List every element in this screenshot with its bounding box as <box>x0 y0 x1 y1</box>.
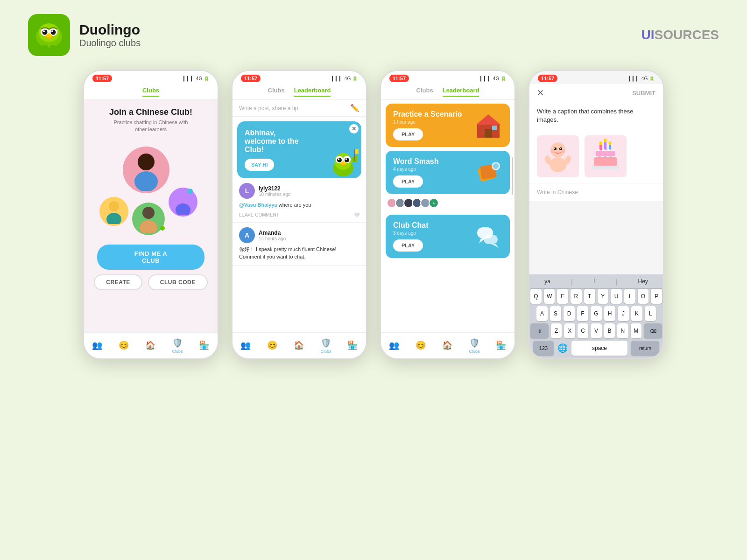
key-D[interactable]: D <box>564 306 575 321</box>
phone3-tab-leaderboard[interactable]: Leaderboard <box>443 87 479 97</box>
keyboard-row-3: ⇧ Z X C V B N M ⌫ <box>530 323 662 338</box>
p3-nav-clubs[interactable]: 🛡️ Clubs <box>469 338 479 354</box>
nav-item-home[interactable]: 🏠 <box>145 340 155 351</box>
key-X[interactable]: X <box>564 323 575 338</box>
key-P[interactable]: P <box>651 289 662 304</box>
svg-marker-43 <box>491 244 499 248</box>
scenario-play-button[interactable]: PLAY <box>393 128 423 140</box>
suggestion-divider2: | <box>616 278 618 286</box>
key-R[interactable]: R <box>571 289 582 304</box>
key-W[interactable]: W <box>544 289 555 304</box>
phone2-nav: Clubs Leaderboard <box>233 84 366 100</box>
p2-nav-face[interactable]: 😊 <box>267 340 277 351</box>
space-key[interactable]: space <box>571 341 627 356</box>
game-card-wordsmash-text: Word Smash 4 days ago PLAY <box>393 157 439 188</box>
p2-nav-clubs[interactable]: 🛡️ Clubs <box>320 338 331 354</box>
scenario-title: Practice a Scenario <box>393 110 462 119</box>
svg-point-17 <box>176 203 190 215</box>
like-icon[interactable]: 🤍 <box>354 212 359 217</box>
p2-nav-store[interactable]: 🏪 <box>347 340 358 351</box>
keyboard-suggestions: ya | I | Hey <box>530 276 662 289</box>
key-Z[interactable]: Z <box>551 323 562 338</box>
key-Q[interactable]: Q <box>530 289 542 304</box>
say-hi-button[interactable]: SAY HI <box>245 159 274 171</box>
p2-nav-home[interactable]: 🏠 <box>294 340 304 351</box>
key-K[interactable]: K <box>631 306 642 321</box>
key-A[interactable]: A <box>536 306 548 321</box>
app-name: Duolingo <box>79 22 141 38</box>
svg-point-15 <box>106 213 121 224</box>
key-T[interactable]: T <box>584 289 595 304</box>
nav-item-clubs[interactable]: 🛡️ Clubs <box>172 338 183 354</box>
wordsmash-play-button[interactable]: PLAY <box>393 175 423 188</box>
emoji-key[interactable]: 🌐 <box>557 343 568 353</box>
welcome-card: Abhinav, welcome to the Club! SAY HI ✕ <box>237 121 361 178</box>
return-key[interactable]: return <box>631 341 659 356</box>
key-J[interactable]: J <box>618 306 629 321</box>
welcome-card-close[interactable]: ✕ <box>349 124 359 133</box>
key-M[interactable]: M <box>631 323 641 338</box>
clubs-icon: 🛡️ <box>172 338 183 348</box>
write-post-bar[interactable]: Write a post, share a tip. ✏️ <box>233 100 366 117</box>
leave-comment-btn[interactable]: LEAVE COMMENT <box>239 212 279 217</box>
p3-nav-store[interactable]: 🏪 <box>496 340 506 351</box>
small-buttons-row: CREATE CLUB CODE <box>94 274 207 290</box>
key-B[interactable]: B <box>604 323 615 338</box>
p2-store-icon: 🏪 <box>347 340 358 350</box>
p3-nav-face[interactable]: 😊 <box>416 340 426 351</box>
edit-icon[interactable]: ✏️ <box>350 104 359 112</box>
key-E[interactable]: E <box>557 289 568 304</box>
p2-nav-people[interactable]: 👥 <box>240 340 251 351</box>
keyboard-row-1: Q W E R T Y U I O P <box>530 289 662 304</box>
key-F[interactable]: F <box>577 306 588 321</box>
key-C[interactable]: C <box>578 323 588 338</box>
phone1-join-screen: Join a Chinese Club! Practice chatting i… <box>84 100 218 345</box>
scenario-icon <box>474 112 502 140</box>
chat-play-button[interactable]: PLAY <box>393 239 423 252</box>
close-button[interactable]: ✕ <box>537 88 544 98</box>
svg-point-6 <box>43 30 45 32</box>
suggestion-hey[interactable]: Hey <box>638 278 648 286</box>
svg-rect-55 <box>604 141 606 151</box>
key-O[interactable]: O <box>638 289 649 304</box>
nav-item-face[interactable]: 😊 <box>119 340 129 351</box>
suggestion-ya[interactable]: ya <box>544 278 550 286</box>
key-U[interactable]: U <box>611 289 622 304</box>
svg-point-18 <box>142 207 155 219</box>
phone2-tab-leaderboard[interactable]: Leaderboard <box>294 87 331 97</box>
create-button[interactable]: CREATE <box>94 274 142 290</box>
submit-label[interactable]: SUBMIT <box>632 90 655 97</box>
key-G[interactable]: G <box>591 306 602 321</box>
numbers-key[interactable]: 123 <box>533 341 554 356</box>
svg-point-14 <box>109 201 119 211</box>
phone3-tab-clubs[interactable]: Clubs <box>416 87 433 97</box>
delete-key[interactable]: ⌫ <box>644 323 662 338</box>
key-L[interactable]: L <box>645 306 656 321</box>
post2-time: 14 hours ago <box>259 236 286 241</box>
p3-nav-people[interactable]: 👥 <box>389 340 399 351</box>
phone1-tab-clubs[interactable]: Clubs <box>142 87 159 97</box>
key-S[interactable]: S <box>550 306 561 321</box>
nav-item-people[interactable]: 👥 <box>92 340 102 351</box>
suggestion-i[interactable]: I <box>593 278 595 286</box>
svg-point-24 <box>337 158 342 162</box>
image-cake <box>585 135 627 177</box>
nav-item-store[interactable]: 🏪 <box>199 340 209 351</box>
p3-nav-home[interactable]: 🏠 <box>442 340 452 351</box>
write-area[interactable]: Write in Chinese <box>529 183 663 201</box>
key-V[interactable]: V <box>591 323 601 338</box>
phone2-signal: ▎▎▎ 4G 🔋 <box>332 76 358 81</box>
shift-key[interactable]: ⇧ <box>530 323 549 338</box>
club-code-button[interactable]: CLUB CODE <box>148 274 208 290</box>
key-Y[interactable]: Y <box>598 289 609 304</box>
phone2-bottom-nav: 👥 😊 🏠 🛡️ Clubs 🏪 <box>233 332 366 358</box>
key-H[interactable]: H <box>604 306 615 321</box>
find-club-button[interactable]: FIND ME A CLUB <box>97 245 204 270</box>
home-icon: 🏠 <box>145 340 155 350</box>
phone2-tab-clubs[interactable]: Clubs <box>268 87 285 97</box>
key-I[interactable]: I <box>624 289 635 304</box>
key-N[interactable]: N <box>617 323 628 338</box>
svg-rect-34 <box>485 129 492 138</box>
write-post-placeholder[interactable]: Write a post, share a tip. <box>239 105 346 112</box>
keyboard-row-2: A S D F G H J K L <box>530 306 662 321</box>
